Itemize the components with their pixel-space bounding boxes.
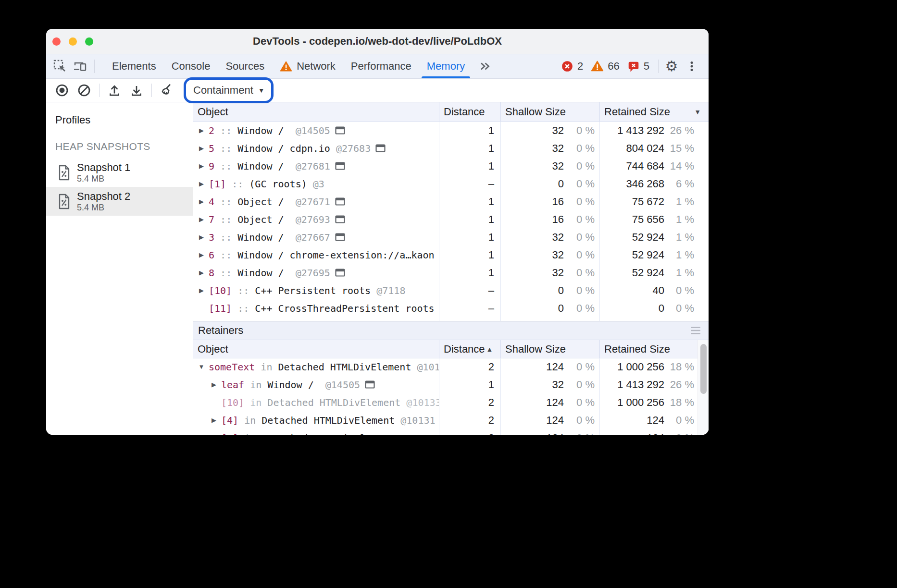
tab-memory[interactable]: Memory [419, 54, 473, 78]
distance-value: 2 [488, 432, 494, 435]
separator: :: [214, 196, 237, 208]
heap-snapshots-section-label: HEAP SNAPSHOTS [55, 141, 193, 152]
more-tabs-button[interactable] [473, 54, 498, 78]
expand-icon[interactable]: ▶ [197, 145, 206, 152]
scrollbar-thumb[interactable] [700, 344, 707, 394]
object-name: Window / [267, 379, 313, 391]
object-id: @10133 [400, 397, 439, 408]
retainers-title: Retainers [198, 324, 243, 337]
table-row[interactable]: ▶2 :: Window / @14505 1 320 % 1 413 2922… [193, 122, 709, 139]
table-row[interactable]: [10] in Detached HTMLDivElement @10133 2… [193, 393, 709, 411]
table-row[interactable]: ▶6 :: Window / chrome-extension://a…kaon… [193, 246, 709, 264]
tab-elements[interactable]: Elements [104, 54, 164, 78]
object-index: [1] [209, 178, 226, 190]
reveal-icon[interactable] [335, 197, 345, 206]
table-row[interactable]: ▶[10] :: C++ Persistent roots @7118 – 00… [193, 282, 709, 299]
table-row[interactable]: ▶7 :: Object / @27693 1 160 % 75 6561 % [193, 210, 709, 228]
tab-console[interactable]: Console [164, 54, 218, 78]
expand-icon[interactable]: ▶ [197, 162, 206, 170]
window-titlebar[interactable]: DevTools - codepen.io/web-dot-dev/live/P… [46, 29, 709, 54]
minimize-window-button[interactable] [69, 37, 77, 46]
save-profile-icon[interactable] [125, 81, 148, 100]
table-row[interactable]: ▶4 :: Object / @27671 1 160 % 75 6721 % [193, 193, 709, 210]
block-icon[interactable] [73, 81, 95, 100]
tab-network[interactable]: Network [272, 54, 343, 78]
column-header-shallow-size[interactable]: Shallow Size [500, 340, 599, 358]
expand-icon[interactable]: ▶ [197, 287, 206, 294]
reveal-icon[interactable] [335, 269, 345, 277]
retained-size-percent: 26 % [664, 379, 694, 391]
issues-badge[interactable]: 5 [627, 60, 649, 73]
reveal-icon[interactable] [375, 144, 386, 152]
object-url: chrome-extension://a…kaon [290, 249, 435, 261]
chevron-double-right-icon [479, 61, 491, 72]
close-window-button[interactable] [52, 37, 61, 46]
object-name: (GC roots) [249, 178, 307, 190]
object-index: 5 [209, 143, 214, 154]
distance-value: 2 [488, 414, 494, 427]
expand-icon[interactable]: ▼ [197, 363, 206, 370]
settings-gear-icon[interactable]: ⚙ [661, 57, 682, 76]
snapshot-item-1[interactable]: Snapshot 15.4 MB [46, 158, 193, 187]
column-header-retained-size[interactable]: Retained Size▼ [599, 102, 709, 122]
kebab-menu-icon[interactable] [682, 57, 702, 76]
column-header-retained-size[interactable]: Retained Size [599, 340, 709, 358]
tab-sources[interactable]: Sources [218, 54, 272, 78]
hamburger-menu-icon[interactable] [690, 326, 701, 335]
table-row[interactable]: ▶[4] in Detached HTMLDivElement @10131 2… [193, 411, 709, 429]
table-row[interactable]: ▶[1] :: (GC roots) @3 – 00 % 346 2686 % [193, 175, 709, 193]
expand-icon[interactable]: ▶ [197, 233, 206, 241]
clear-all-icon[interactable] [156, 81, 178, 100]
reveal-icon[interactable] [335, 215, 345, 223]
table-row[interactable]: ▶9 :: Window / @27681 1 320 % 744 68414 … [193, 157, 709, 175]
table-row[interactable]: ▶leaf in Window / @14505 1 320 % 1 413 2… [193, 376, 709, 393]
snapshot-item-2[interactable]: Snapshot 25.4 MB [46, 187, 193, 216]
expand-icon[interactable]: ▶ [210, 381, 218, 388]
table-row[interactable]: ▶8 :: Window / @27695 1 320 % 52 9241 % [193, 264, 709, 282]
retained-size-value: 124 [599, 414, 664, 427]
zoom-window-button[interactable] [85, 37, 93, 46]
table-row[interactable]: [11] :: C++ CrossThreadPersistent roots … [193, 299, 709, 317]
load-profile-icon[interactable] [103, 81, 125, 100]
distance-value: – [488, 284, 494, 297]
expand-icon[interactable]: ▶ [197, 198, 206, 205]
distance-value: 1 [488, 142, 494, 155]
expand-icon[interactable]: ▶ [197, 127, 206, 134]
expand-icon[interactable]: ▶ [197, 251, 206, 258]
column-header-object[interactable]: Object [193, 102, 439, 122]
table-row[interactable]: ▶5 :: Window / cdpn.io @27683 1 320 % 80… [193, 139, 709, 157]
inspect-icon[interactable] [50, 57, 70, 76]
separator: :: [232, 285, 255, 296]
panel-tabs: ElementsConsoleSourcesNetworkPerformance… [104, 54, 473, 78]
view-mode-dropdown[interactable]: Containment [193, 84, 253, 97]
expand-icon[interactable]: ▶ [197, 180, 206, 187]
expand-icon[interactable]: ▶ [210, 416, 218, 424]
console-warnings-badge[interactable]: 66 [591, 60, 619, 73]
reveal-icon[interactable] [335, 233, 345, 241]
column-header-distance[interactable]: Distance [439, 102, 500, 122]
object-id: @27683 [330, 143, 371, 154]
reveal-icon[interactable] [335, 126, 345, 135]
retainers-table-body: ▼someText in Detached HTMLDivElement @10… [193, 358, 709, 435]
column-header-distance[interactable]: Distance▲ [439, 340, 500, 358]
expand-icon[interactable]: ▶ [197, 269, 206, 276]
table-row[interactable]: [1] in Detached HTMLDivElement @1013 2 1… [193, 429, 709, 435]
object-name: Window / [237, 249, 289, 261]
record-icon[interactable] [51, 81, 73, 100]
shallow-size-value: 124 [500, 414, 564, 427]
expand-icon[interactable]: ▶ [197, 216, 206, 223]
column-header-label: Retained Size [604, 106, 670, 118]
retained-size-value: 1 000 256 [599, 396, 664, 409]
column-header-object[interactable]: Object [193, 340, 439, 358]
console-errors-badge[interactable]: 2 [561, 60, 583, 73]
retained-size-percent: 0 % [664, 302, 694, 315]
error-icon [561, 60, 573, 73]
device-toolbar-icon[interactable] [70, 57, 90, 76]
table-row[interactable]: ▶3 :: Window / @27667 1 320 % 52 9241 % [193, 228, 709, 246]
table-row[interactable]: ▼someText in Detached HTMLDivElement @10… [193, 358, 709, 376]
reveal-icon[interactable] [335, 162, 345, 170]
object-name: Window / [237, 143, 289, 154]
column-header-shallow-size[interactable]: Shallow Size [500, 102, 599, 122]
reveal-icon[interactable] [365, 380, 375, 389]
tab-performance[interactable]: Performance [343, 54, 419, 78]
